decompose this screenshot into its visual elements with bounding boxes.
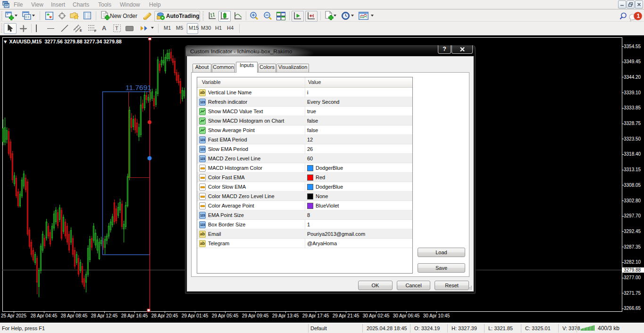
svg-text:1: 1 [636,13,640,19]
svg-text:11.7691: 11.7691 [125,83,151,92]
svg-text:T: T [115,25,118,31]
svg-text:F: F [94,29,97,33]
svg-text:E: E [80,29,82,32]
